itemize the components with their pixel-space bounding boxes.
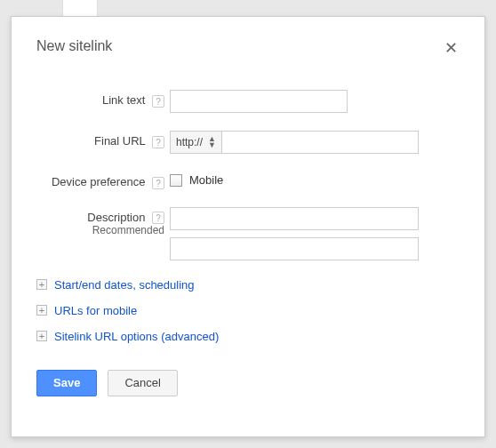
description-sub-label: Recommended [36,224,164,236]
button-row: Save Cancel [36,370,460,396]
expand-label: Start/end dates, scheduling [54,278,195,292]
device-pref-label-text: Device preference [52,175,146,188]
close-icon[interactable]: ✕ [443,38,460,58]
expand-urls-for-mobile[interactable]: + URLs for mobile [36,304,460,317]
plus-icon: + [36,279,47,290]
help-icon[interactable]: ? [152,212,164,224]
cancel-button[interactable]: Cancel [108,370,177,396]
final-url-label-text: Final URL [94,134,145,148]
help-icon[interactable]: ? [152,177,164,189]
background-tab-fragment [62,0,98,18]
row-final-url: Final URL ? http:// ▲▼ [36,131,460,154]
select-arrows-icon: ▲▼ [208,136,216,148]
mobile-checkbox[interactable] [170,174,182,187]
new-sitelink-panel: New sitelink ✕ Link text ? Final URL ? h… [11,16,485,437]
final-url-input[interactable] [222,131,419,154]
expand-sitelink-url-options[interactable]: + Sitelink URL options (advanced) [36,330,460,343]
expand-label: Sitelink URL options (advanced) [54,330,219,343]
panel-header: New sitelink ✕ [36,38,460,58]
mobile-label: Mobile [189,173,223,187]
protocol-select[interactable]: http:// ▲▼ [170,131,222,154]
description-label-text: Description [87,211,145,224]
link-text-label-text: Link text [102,93,145,107]
row-description: Description ? Recommended [36,207,460,260]
save-button[interactable]: Save [36,370,97,396]
help-icon[interactable]: ? [152,136,164,148]
label-final-url: Final URL ? [36,131,170,148]
label-description: Description ? Recommended [36,207,170,237]
panel-title: New sitelink [36,38,112,54]
row-device-preference: Device preference ? Mobile [36,172,460,189]
help-icon[interactable]: ? [152,95,164,108]
label-device-preference: Device preference ? [36,172,170,189]
row-link-text: Link text ? [36,90,460,113]
expand-start-end-dates[interactable]: + Start/end dates, scheduling [36,278,460,292]
link-text-input[interactable] [170,90,348,113]
description-line2-input[interactable] [170,237,419,260]
expand-label: URLs for mobile [54,304,137,317]
description-line1-input[interactable] [170,207,419,230]
expandable-sections: + Start/end dates, scheduling + URLs for… [36,278,460,343]
plus-icon: + [36,331,47,341]
protocol-value: http:// [176,136,203,148]
plus-icon: + [36,305,47,316]
label-link-text: Link text ? [36,90,170,108]
